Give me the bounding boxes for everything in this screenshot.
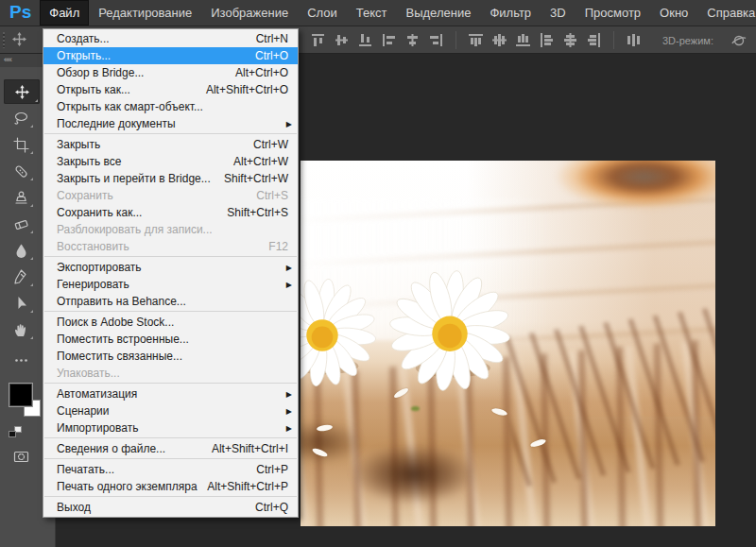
menu-separator <box>44 437 297 438</box>
menubar-item-Изображение[interactable]: Изображение <box>201 0 298 26</box>
menu-item-label: Поместить встроенные... <box>57 333 288 346</box>
menu-item-shortcut: Ctrl+S <box>256 189 292 202</box>
align-left-edges-icon[interactable] <box>381 32 397 48</box>
align-bottom-edges-icon[interactable] <box>357 32 373 48</box>
photo-wood-rough <box>498 306 715 487</box>
submenu-arrow-icon: ▶ <box>286 281 292 289</box>
menu-item[interactable]: Создать...Ctrl+N <box>43 30 298 47</box>
menu-item[interactable]: Печатать...Ctrl+P <box>43 461 298 478</box>
menu-item-shortcut: Alt+Shift+Ctrl+I <box>212 442 292 455</box>
distribute-top-edges-icon[interactable] <box>468 32 484 48</box>
menu-item-shortcut: Shift+Ctrl+S <box>227 206 292 219</box>
menu-item-label: Открыть как смарт-объект... <box>57 100 288 113</box>
menu-separator <box>44 496 297 497</box>
menu-item[interactable]: Открыть...Ctrl+O <box>43 47 298 64</box>
eraser-tool[interactable] <box>7 213 35 235</box>
menu-item[interactable]: Открыть как...Alt+Shift+Ctrl+O <box>43 81 298 98</box>
options-divider <box>613 31 614 49</box>
align-right-edges-icon[interactable] <box>428 32 444 48</box>
submenu-arrow-icon: ▶ <box>286 390 292 399</box>
menu-item-label: Закрыть и перейти в Bridge... <box>57 172 224 185</box>
path-selection-tool[interactable] <box>7 292 35 315</box>
menu-item: СохранитьCtrl+S <box>43 187 298 204</box>
menu-item[interactable]: ЗакрытьCtrl+W <box>43 136 298 153</box>
distribute-vertical-centers-icon[interactable] <box>491 32 507 48</box>
menubar-item-Файл[interactable]: Файл <box>40 0 89 26</box>
menubar-item-Выделение[interactable]: Выделение <box>397 0 481 26</box>
quick-mask-button[interactable] <box>7 445 35 468</box>
edit-toolbar-icon[interactable] <box>7 349 35 371</box>
auto-align-layers-icon[interactable] <box>626 32 642 48</box>
menu-item[interactable]: Сохранить как...Shift+Ctrl+S <box>43 204 298 221</box>
menubar-item-Редактирование[interactable]: Редактирование <box>89 0 201 26</box>
menu-item[interactable]: Обзор в Bridge...Alt+Ctrl+O <box>43 64 298 81</box>
menubar-item-Просмотр[interactable]: Просмотр <box>576 0 650 26</box>
menu-item-label: Закрыть все <box>57 155 233 168</box>
color-swatches <box>9 383 46 422</box>
menubar-item-3D[interactable]: 3D <box>541 0 576 26</box>
document-photo[interactable] <box>301 161 715 526</box>
menubar-item-Текст[interactable]: Текст <box>347 0 397 26</box>
healing-brush-tool[interactable] <box>7 160 35 182</box>
menubar-item-Справка[interactable]: Справка <box>697 0 756 26</box>
menu-item[interactable]: Отправить на Behance... <box>43 293 298 310</box>
menu-item[interactable]: Сведения о файле...Alt+Shift+Ctrl+I <box>43 440 298 457</box>
menu-item[interactable]: Закрыть всеAlt+Ctrl+W <box>43 153 298 170</box>
3d-orbit-icon[interactable] <box>730 32 747 49</box>
menu-item-shortcut: Shift+Ctrl+W <box>224 172 292 185</box>
menu-item-label: Поместить связанные... <box>57 350 288 363</box>
menu-item[interactable]: Сценарии▶ <box>43 402 298 419</box>
menu-item-shortcut: Alt+Ctrl+W <box>233 155 292 168</box>
menu-item[interactable]: Автоматизация▶ <box>43 385 298 402</box>
menu-item-label: Поиск в Adobe Stock... <box>57 316 288 329</box>
menu-item-shortcut: Ctrl+Q <box>255 501 292 514</box>
daisy-flower-right <box>387 268 512 393</box>
submenu-arrow-icon: ▶ <box>286 424 292 433</box>
menu-item[interactable]: Открыть как смарт-объект... <box>43 98 298 115</box>
distribute-horizontal-centers-icon[interactable] <box>562 32 578 48</box>
menu-item-shortcut: Alt+Ctrl+O <box>235 66 292 79</box>
menubar-item-Слои[interactable]: Слои <box>298 0 347 26</box>
options-bar-grip[interactable] <box>3 32 5 48</box>
menu-item-label: Сохранить <box>57 189 256 202</box>
menu-item[interactable]: Поместить связанные... <box>43 348 298 365</box>
distribute-bottom-edges-icon[interactable] <box>515 32 531 48</box>
menu-item[interactable]: Экспортировать▶ <box>43 259 298 276</box>
menu-item: Упаковать... <box>43 365 298 382</box>
blur-tool[interactable] <box>7 239 35 262</box>
menu-item[interactable]: Генерировать▶ <box>43 276 298 293</box>
menu-item[interactable]: Печать одного экземпляраAlt+Shift+Ctrl+P <box>43 478 298 495</box>
menu-item-label: Выход <box>57 501 255 514</box>
align-vertical-centers-icon[interactable] <box>334 32 350 48</box>
submenu-arrow-icon: ▶ <box>286 264 292 272</box>
menu-item[interactable]: Последние документы▶ <box>43 115 298 132</box>
menubar-item-Окно[interactable]: Окно <box>650 0 697 26</box>
menu-item[interactable]: Поместить встроенные... <box>43 331 298 348</box>
lasso-tool[interactable] <box>7 107 35 129</box>
distribute-right-edges-icon[interactable] <box>586 32 602 48</box>
move-tool[interactable] <box>4 79 40 104</box>
clone-stamp-tool[interactable] <box>7 186 35 209</box>
menu-item-label: Разблокировать для записи... <box>57 223 288 236</box>
hand-tool[interactable] <box>7 318 35 341</box>
menu-item[interactable]: Импортировать▶ <box>43 419 298 436</box>
menubar-item-Фильтр[interactable]: Фильтр <box>480 0 541 26</box>
menu-item[interactable]: Поиск в Adobe Stock... <box>43 314 298 331</box>
menu-separator <box>44 458 297 459</box>
crop-tool[interactable] <box>7 133 35 156</box>
align-horizontal-centers-icon[interactable] <box>404 32 421 48</box>
menu-item-shortcut: Ctrl+W <box>253 138 292 151</box>
menu-item-label: Автоматизация <box>57 387 286 401</box>
daisy-flower-left <box>301 277 378 388</box>
menu-item-label: Отправить на Behance... <box>57 295 288 308</box>
default-colors-icon[interactable] <box>9 426 22 437</box>
menubar: Ps ФайлРедактированиеИзображениеСлоиТекс… <box>0 0 756 26</box>
menu-item[interactable]: ВыходCtrl+Q <box>43 499 298 516</box>
align-top-edges-icon[interactable] <box>310 32 326 48</box>
menu-item[interactable]: Закрыть и перейти в Bridge...Shift+Ctrl+… <box>43 170 298 187</box>
distribute-left-edges-icon[interactable] <box>539 32 555 48</box>
foreground-color-swatch[interactable] <box>9 383 33 407</box>
pen-tool[interactable] <box>7 265 35 288</box>
tool-preset-move-icon[interactable] <box>11 31 27 47</box>
photo-dark-blur <box>352 444 475 504</box>
